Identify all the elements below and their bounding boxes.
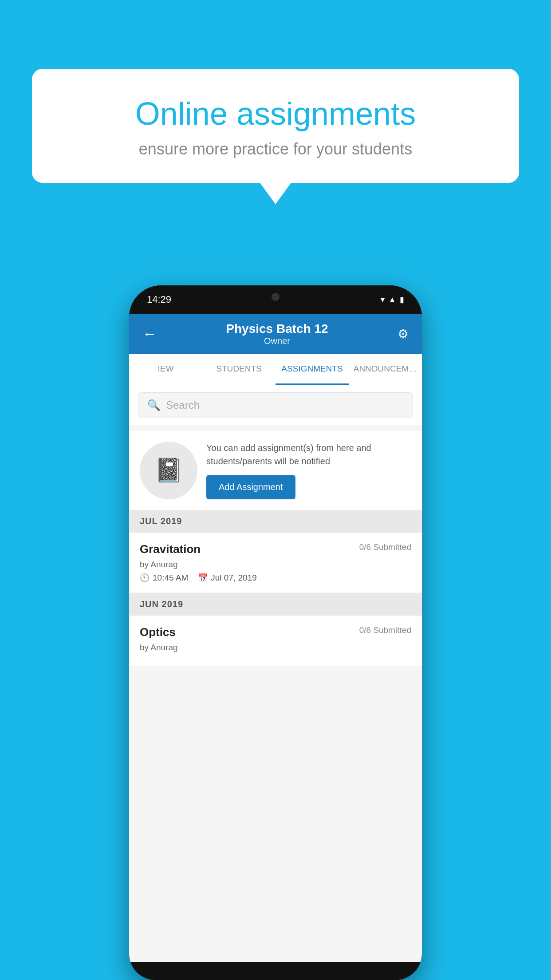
tab-iew[interactable]: IEW <box>129 354 202 385</box>
tab-assignments[interactable]: ASSIGNMENTS <box>276 354 349 385</box>
back-button[interactable]: ← <box>142 326 157 342</box>
signal-icon: ▲ <box>388 295 396 304</box>
assignment-date: Jul 07, 2019 <box>211 573 257 583</box>
assignment-name: Gravitation <box>140 542 201 556</box>
tab-students[interactable]: STUDENTS <box>202 354 276 385</box>
speech-bubble-subtitle: ensure more practice for your students <box>63 140 488 158</box>
assignment-item-gravitation[interactable]: Gravitation 0/6 Submitted by Anurag 🕙 10… <box>129 533 422 593</box>
add-assignment-button[interactable]: Add Assignment <box>206 475 295 499</box>
search-bar-container: 🔍 Search <box>129 385 422 425</box>
month-header-jul: JUL 2019 <box>129 510 422 533</box>
phone-frame: 14:29 ▾ ▲ ▮ ← Physics Batch 12 Owner ⚙ I… <box>129 285 422 980</box>
status-bar: 14:29 ▾ ▲ ▮ <box>129 285 422 314</box>
battery-icon: ▮ <box>400 295 404 304</box>
search-placeholder: Search <box>166 399 200 411</box>
status-icons: ▾ ▲ ▮ <box>381 295 404 304</box>
assignment-submitted-optics: 0/6 Submitted <box>359 625 411 635</box>
search-icon: 🔍 <box>147 399 161 411</box>
meta-date: 📅 Jul 07, 2019 <box>198 573 257 583</box>
calendar-icon: 📅 <box>198 573 208 583</box>
notch <box>244 285 307 308</box>
notebook-icon: 📓 <box>154 457 183 484</box>
assignment-author: by Anurag <box>140 560 411 569</box>
search-bar[interactable]: 🔍 Search <box>138 392 413 418</box>
assignment-submitted: 0/6 Submitted <box>359 542 411 552</box>
wifi-icon: ▾ <box>381 295 385 304</box>
phone-wrapper: 14:29 ▾ ▲ ▮ ← Physics Batch 12 Owner ⚙ I… <box>129 285 422 980</box>
clock-icon: 🕙 <box>140 573 150 583</box>
speech-bubble-title: Online assignments <box>63 95 488 132</box>
promo-text-area: You can add assignment(s) from here and … <box>206 441 411 499</box>
assignment-name-optics: Optics <box>140 625 176 639</box>
assignment-item-optics[interactable]: Optics 0/6 Submitted by Anurag <box>129 616 422 666</box>
speech-bubble-container: Online assignments ensure more practice … <box>32 69 519 183</box>
status-time: 14:29 <box>147 294 171 305</box>
assignment-time: 10:45 AM <box>153 573 188 583</box>
assignment-item-header: Gravitation 0/6 Submitted <box>140 542 411 556</box>
month-header-jun: JUN 2019 <box>129 593 422 616</box>
tabs-bar: IEW STUDENTS ASSIGNMENTS ANNOUNCEM… <box>129 354 422 385</box>
tab-announcements[interactable]: ANNOUNCEM… <box>349 354 422 385</box>
assignment-meta: 🕙 10:45 AM 📅 Jul 07, 2019 <box>140 573 411 583</box>
assignment-author-optics: by Anurag <box>140 643 411 652</box>
app-header: ← Physics Batch 12 Owner ⚙ <box>129 314 422 354</box>
phone-screen: 🔍 Search 📓 You can add assignment(s) fro… <box>129 385 422 962</box>
camera-dot <box>272 293 279 301</box>
settings-icon[interactable]: ⚙ <box>398 327 409 341</box>
meta-time: 🕙 10:45 AM <box>140 573 188 583</box>
promo-description: You can add assignment(s) from here and … <box>206 441 411 468</box>
assignment-item-header-optics: Optics 0/6 Submitted <box>140 625 411 639</box>
phone-bottom <box>129 962 422 980</box>
header-center: Physics Batch 12 Owner <box>226 322 328 346</box>
promo-icon-circle: 📓 <box>140 442 197 499</box>
speech-bubble: Online assignments ensure more practice … <box>32 69 519 183</box>
assignment-promo: 📓 You can add assignment(s) from here an… <box>129 431 422 510</box>
batch-title: Physics Batch 12 <box>226 322 328 336</box>
header-subtitle: Owner <box>226 336 328 346</box>
